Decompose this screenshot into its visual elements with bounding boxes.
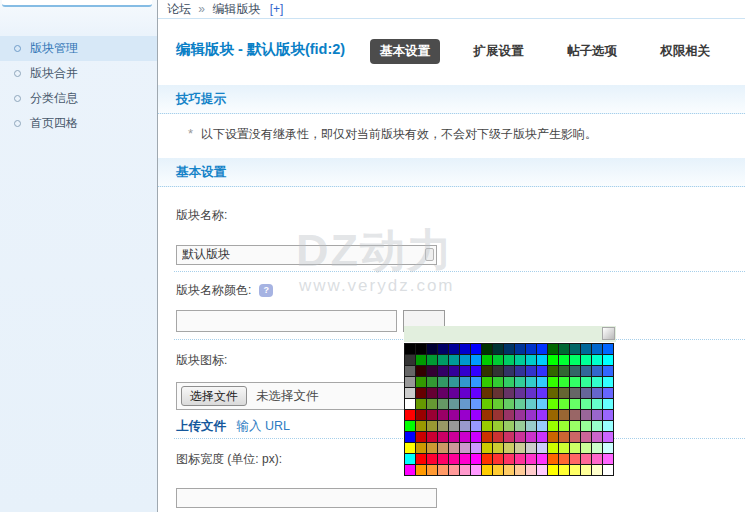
color-swatch[interactable] bbox=[515, 399, 525, 409]
color-swatch[interactable] bbox=[405, 443, 415, 453]
color-swatch[interactable] bbox=[504, 344, 514, 354]
color-swatch[interactable] bbox=[493, 410, 503, 420]
color-swatch[interactable] bbox=[416, 432, 426, 442]
icon-width-input[interactable] bbox=[176, 488, 437, 508]
color-swatch[interactable] bbox=[460, 421, 470, 431]
color-swatch[interactable] bbox=[405, 432, 415, 442]
color-swatch[interactable] bbox=[405, 454, 415, 464]
color-swatch[interactable] bbox=[493, 421, 503, 431]
color-swatch[interactable] bbox=[427, 399, 437, 409]
color-swatch[interactable] bbox=[471, 443, 481, 453]
color-swatch[interactable] bbox=[603, 377, 613, 387]
color-swatch[interactable] bbox=[570, 443, 580, 453]
color-swatch[interactable] bbox=[526, 432, 536, 442]
color-swatch[interactable] bbox=[559, 410, 569, 420]
color-swatch[interactable] bbox=[416, 377, 426, 387]
color-swatch[interactable] bbox=[548, 399, 558, 409]
color-swatch[interactable] bbox=[405, 377, 415, 387]
color-swatch[interactable] bbox=[504, 432, 514, 442]
color-swatch[interactable] bbox=[592, 355, 602, 365]
color-swatch[interactable] bbox=[471, 366, 481, 376]
color-swatch[interactable] bbox=[493, 465, 503, 475]
color-swatch[interactable] bbox=[460, 388, 470, 398]
sidebar-item-home-grid[interactable]: 首页四格 bbox=[0, 111, 157, 136]
color-swatch[interactable] bbox=[570, 421, 580, 431]
color-swatch[interactable] bbox=[570, 355, 580, 365]
color-swatch[interactable] bbox=[581, 454, 591, 464]
color-swatch[interactable] bbox=[526, 377, 536, 387]
color-swatch[interactable] bbox=[482, 421, 492, 431]
color-swatch[interactable] bbox=[482, 377, 492, 387]
color-swatch[interactable] bbox=[603, 344, 613, 354]
color-swatch[interactable] bbox=[493, 366, 503, 376]
color-swatch[interactable] bbox=[515, 421, 525, 431]
color-swatch[interactable] bbox=[537, 377, 547, 387]
color-swatch[interactable] bbox=[515, 432, 525, 442]
color-swatch[interactable] bbox=[427, 443, 437, 453]
color-swatch[interactable] bbox=[493, 355, 503, 365]
color-swatch[interactable] bbox=[570, 377, 580, 387]
color-swatch[interactable] bbox=[416, 366, 426, 376]
color-swatch[interactable] bbox=[449, 410, 459, 420]
color-swatch[interactable] bbox=[537, 432, 547, 442]
breadcrumb-forum[interactable]: 论坛 bbox=[167, 2, 191, 16]
color-swatch[interactable] bbox=[581, 443, 591, 453]
color-swatch[interactable] bbox=[537, 399, 547, 409]
color-swatch[interactable] bbox=[592, 344, 602, 354]
sidebar-search-stub[interactable] bbox=[2, 0, 152, 7]
color-swatch[interactable] bbox=[482, 454, 492, 464]
color-swatch[interactable] bbox=[493, 344, 503, 354]
color-swatch[interactable] bbox=[537, 355, 547, 365]
color-swatch[interactable] bbox=[537, 443, 547, 453]
color-swatch[interactable] bbox=[592, 388, 602, 398]
color-swatch[interactable] bbox=[548, 454, 558, 464]
color-swatch[interactable] bbox=[526, 410, 536, 420]
color-swatch[interactable] bbox=[548, 432, 558, 442]
color-swatch[interactable] bbox=[449, 355, 459, 365]
color-swatch[interactable] bbox=[416, 443, 426, 453]
tab-basic-settings[interactable]: 基本设置 bbox=[370, 39, 440, 64]
color-swatch[interactable] bbox=[482, 344, 492, 354]
color-swatch[interactable] bbox=[603, 432, 613, 442]
color-swatch[interactable] bbox=[427, 410, 437, 420]
color-swatch[interactable] bbox=[515, 465, 525, 475]
color-swatch[interactable] bbox=[405, 388, 415, 398]
color-swatch[interactable] bbox=[427, 465, 437, 475]
forum-color-input[interactable] bbox=[176, 310, 397, 332]
color-swatch[interactable] bbox=[460, 366, 470, 376]
color-swatch[interactable] bbox=[603, 366, 613, 376]
color-swatch[interactable] bbox=[526, 344, 536, 354]
color-swatch[interactable] bbox=[515, 366, 525, 376]
color-swatch[interactable] bbox=[482, 388, 492, 398]
enter-url-link[interactable]: 输入 URL bbox=[236, 419, 289, 433]
color-swatch[interactable] bbox=[537, 454, 547, 464]
color-swatch[interactable] bbox=[482, 410, 492, 420]
color-swatch[interactable] bbox=[471, 432, 481, 442]
color-swatch[interactable] bbox=[438, 399, 448, 409]
color-swatch[interactable] bbox=[427, 355, 437, 365]
color-swatch[interactable] bbox=[460, 377, 470, 387]
color-swatch[interactable] bbox=[559, 432, 569, 442]
color-swatch[interactable] bbox=[537, 344, 547, 354]
color-swatch[interactable] bbox=[592, 465, 602, 475]
color-swatch[interactable] bbox=[548, 388, 558, 398]
color-swatch[interactable] bbox=[537, 421, 547, 431]
color-swatch[interactable] bbox=[559, 454, 569, 464]
color-swatch[interactable] bbox=[460, 443, 470, 453]
color-swatch[interactable] bbox=[570, 344, 580, 354]
color-swatch[interactable] bbox=[603, 465, 613, 475]
upload-file-link[interactable]: 上传文件 bbox=[176, 419, 226, 433]
color-swatch[interactable] bbox=[548, 465, 558, 475]
color-swatch[interactable] bbox=[548, 410, 558, 420]
tab-permissions[interactable]: 权限相关 bbox=[650, 39, 720, 64]
color-swatch[interactable] bbox=[526, 355, 536, 365]
color-swatch[interactable] bbox=[493, 399, 503, 409]
color-swatch[interactable] bbox=[405, 410, 415, 420]
picker-more-button[interactable] bbox=[602, 327, 615, 340]
color-swatch[interactable] bbox=[559, 344, 569, 354]
color-swatch[interactable] bbox=[592, 421, 602, 431]
color-swatch[interactable] bbox=[471, 377, 481, 387]
color-swatch[interactable] bbox=[515, 454, 525, 464]
color-swatch[interactable] bbox=[438, 344, 448, 354]
color-swatch[interactable] bbox=[504, 366, 514, 376]
